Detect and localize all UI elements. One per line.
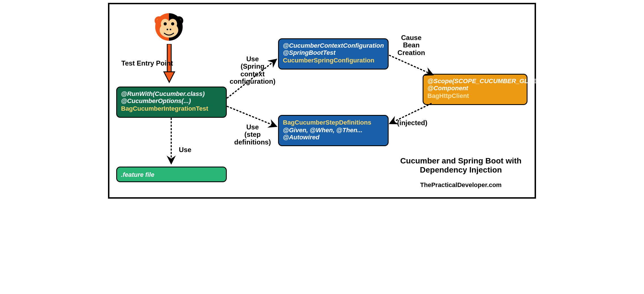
monkey-logo: [153, 11, 185, 43]
box-feature: .feature file: [116, 167, 227, 182]
box-client: @Scope(SCOPE_CUCUMBER_GLUE) @Component B…: [423, 74, 528, 105]
runner-class: BagCucumberIntegrationTest: [121, 105, 222, 113]
title-l2: Dependency Injection: [420, 165, 502, 174]
steps-ann1: @Given, @When, @Then...: [283, 127, 384, 134]
config-ann1: @CucumberContextConfiguration: [283, 42, 384, 49]
label-cause-l2: Bean: [403, 41, 420, 49]
svg-rect-11: [167, 44, 171, 72]
title-l1: Cucumber and Spring Boot with: [400, 156, 522, 165]
diagram-frame: Test Entry Point Use Use (Spring context…: [108, 3, 536, 199]
svg-point-7: [164, 22, 167, 26]
svg-marker-12: [164, 72, 175, 82]
label-use-steps-l2: (step: [244, 131, 260, 138]
svg-line-16: [389, 55, 433, 75]
steps-ann2: @Autowired: [283, 134, 384, 141]
client-class: BagHttpClient: [427, 92, 523, 100]
label-cause-bean: Cause Bean Creation: [396, 34, 427, 56]
label-injected: (injected): [397, 119, 427, 127]
box-config: @CucumberContextConfiguration @SpringBoo…: [278, 38, 389, 70]
runner-ann1: @RunWith(Cucumber.class): [121, 90, 222, 97]
label-use-config-l2: (Spring context: [240, 62, 264, 77]
label-use-steps: Use (step definitions): [231, 123, 274, 146]
label-use-feature: Use: [179, 146, 191, 154]
config-class: CucumberSpringConfiguration: [283, 56, 384, 64]
feature-label: .feature file: [121, 171, 222, 179]
client-ann2: @Component: [427, 85, 523, 92]
label-use-config-l1: Use: [246, 55, 259, 63]
label-use-config: Use (Spring context configuration): [228, 55, 277, 85]
svg-point-10: [170, 29, 171, 30]
label-entry-point: Test Entry Point: [121, 60, 173, 67]
client-ann1: @Scope(SCOPE_CUCUMBER_GLUE): [427, 77, 523, 85]
diagram-credit: ThePracticalDeveloper.com: [399, 181, 523, 189]
box-runner: @RunWith(Cucumber.class) @CucumberOption…: [116, 87, 227, 118]
diagram-title: Cucumber and Spring Boot with Dependency…: [399, 156, 523, 175]
box-steps: BagCucumberStepDefinitions @Given, @When…: [278, 115, 389, 146]
steps-class: BagCucumberStepDefinitions: [283, 119, 384, 127]
svg-point-9: [167, 29, 168, 30]
runner-ann2: @CucumberOptions(...): [121, 97, 222, 104]
svg-point-8: [171, 22, 174, 26]
config-ann2: @SpringBootTest: [283, 49, 384, 56]
label-use-steps-l1: Use: [246, 123, 259, 131]
label-cause-l1: Cause: [401, 34, 421, 41]
label-use-config-l3: configuration): [230, 77, 275, 85]
label-cause-l3: Creation: [397, 49, 425, 56]
label-use-steps-l3: definitions): [234, 138, 271, 146]
